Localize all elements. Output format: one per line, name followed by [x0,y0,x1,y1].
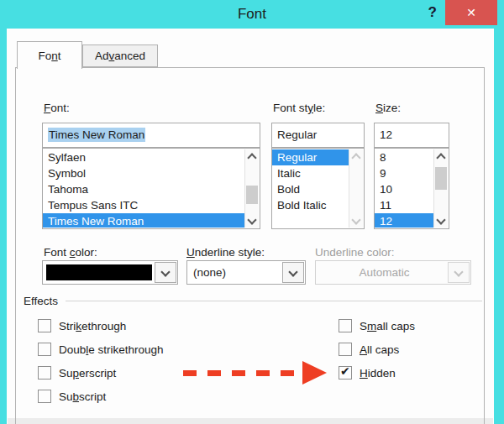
underline-style-dropdown[interactable]: (none) [186,260,306,285]
font-color-dropdown-button[interactable] [155,262,176,283]
scrollbar-thumb[interactable] [435,167,447,190]
red-arrow-annotation [183,361,327,385]
list-item[interactable]: 10 [375,181,434,197]
arrowhead-icon [302,361,327,385]
chevron-down-icon [454,267,463,276]
arrow-dash [207,370,221,376]
scrollbar-track[interactable] [434,163,448,214]
list-item[interactable]: Bold [272,181,349,197]
font-style-input[interactable]: Regular [271,123,365,148]
checkbox-row: Double strikethrough [38,343,164,356]
all-caps-label[interactable]: All caps [360,343,399,356]
font-dialog: Advanced Font Font: Times New Roman Sylf… [7,29,494,424]
title-bar: Font ? ✕ [0,0,504,29]
size-label: Size: [375,102,401,114]
scroll-down-button[interactable] [245,214,259,228]
checkbox-row: All caps [339,343,399,356]
underline-color-dropdown: Automatic [315,260,471,285]
arrow-dash [281,370,294,376]
underline-style-value: (none) [187,266,281,279]
superscript-checkbox[interactable] [38,366,51,380]
chevron-up-icon [351,153,360,162]
help-icon[interactable]: ? [428,4,437,21]
list-item[interactable]: Sylfaen [43,149,245,165]
list-item[interactable]: Italic [272,165,349,181]
small-caps-checkbox[interactable] [339,319,352,332]
dialog-bottom-band [8,418,493,424]
checkbox-row: Strikethrough [38,319,126,332]
double-strikethrough-label[interactable]: Double strikethrough [59,343,164,356]
superscript-label[interactable]: Superscript [59,367,116,380]
chevron-up-icon [436,153,445,162]
font-color-swatch [46,264,152,280]
chevron-down-icon [288,267,297,276]
list-item[interactable]: Tempus Sans ITC [43,197,245,213]
list-item[interactable]: Regular [272,149,349,165]
font-style-label: Font style: [273,102,325,114]
font-name-input[interactable]: Times New Roman [42,123,260,148]
scrollbar-track[interactable] [245,163,259,214]
checkbox-row: Subscript [38,390,106,403]
checkbox-row: Hidden [339,366,396,380]
tab-font[interactable]: Font [17,41,82,69]
font-style-list[interactable]: RegularItalicBoldBold Italic [271,148,365,229]
size-input[interactable]: 12 [374,123,449,148]
small-caps-label[interactable]: Small caps [360,320,415,332]
chevron-down-icon [160,267,170,276]
hidden-checkbox[interactable] [339,366,352,380]
font-name-value: Times New Roman [48,128,145,142]
scroll-up-button[interactable] [434,149,448,163]
list-item[interactable]: 9 [375,165,434,181]
hidden-label[interactable]: Hidden [360,367,396,380]
scroll-up-button[interactable] [245,149,259,163]
size-list-scrollbar[interactable] [433,149,448,228]
subscript-checkbox[interactable] [38,390,51,403]
scroll-down-button[interactable] [434,214,448,228]
font-list-scrollbar[interactable] [244,149,259,228]
scrollbar-thumb[interactable] [246,186,258,204]
underline-color-dropdown-button [448,262,470,283]
chevron-down-icon [436,215,445,224]
font-style-value: Regular [277,128,317,141]
scrollbar-track [349,163,363,214]
list-item[interactable]: 12 [375,213,434,228]
arrow-dash [183,370,197,376]
scroll-up-button [349,149,363,163]
tab-font-label: Font [38,50,60,62]
scroll-down-button [349,214,363,228]
tab-advanced-label: Advanced [95,50,145,62]
list-item[interactable]: Symbol [43,165,245,181]
double-strikethrough-checkbox[interactable] [38,343,51,356]
font-color-label: Font color: [44,246,97,259]
checkbox-row: Small caps [339,319,415,332]
close-button[interactable]: ✕ [445,0,497,25]
underline-color-value: Automatic [316,266,447,279]
checkbox-row: Superscript [38,366,116,380]
font-style-scrollbar [349,149,363,228]
font-color-dropdown[interactable] [42,260,178,285]
font-label: Font: [44,102,70,114]
arrow-dash [256,370,270,376]
chevron-down-icon [351,215,360,224]
effects-group-label: Effects [24,295,58,307]
list-item[interactable]: Tahoma [43,181,245,197]
underline-style-label: Underline style: [186,246,265,259]
list-item[interactable]: 11 [375,197,434,213]
list-item[interactable]: 8 [375,149,434,165]
list-item[interactable]: Bold Italic [272,197,349,213]
effects-separator [66,301,482,301]
underline-color-label: Underline color: [315,246,395,259]
underline-style-dropdown-button[interactable] [282,262,304,283]
arrow-dash [232,370,245,376]
tab-advanced[interactable]: Advanced [82,44,158,67]
subscript-label[interactable]: Subscript [59,390,106,403]
size-list[interactable]: 89101112 [374,148,449,229]
close-icon: ✕ [466,6,476,19]
size-value: 12 [380,128,392,141]
strikethrough-checkbox[interactable] [38,319,51,332]
strikethrough-label[interactable]: Strikethrough [59,320,126,332]
all-caps-checkbox[interactable] [339,343,352,356]
list-item[interactable]: Times New Roman [43,213,245,228]
chevron-up-icon [247,153,256,162]
font-list[interactable]: SylfaenSymbolTahomaTempus Sans ITCTimes … [42,148,260,229]
